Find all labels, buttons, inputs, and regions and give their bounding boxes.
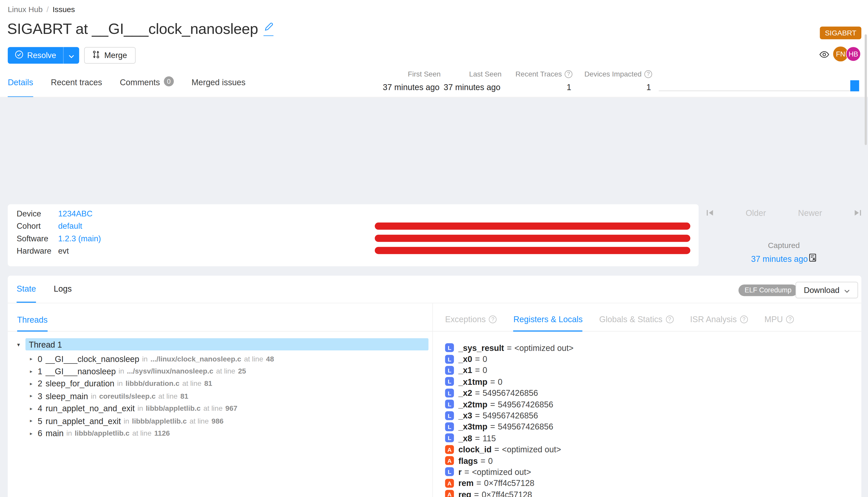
frame-line-number: 986	[212, 417, 224, 425]
caret-right-icon[interactable]	[30, 418, 38, 424]
skip-to-newest-icon[interactable]	[854, 210, 861, 216]
captured-time-link[interactable]: 37 minutes ago	[751, 254, 817, 264]
trace-navigation: Older Newer	[706, 208, 861, 218]
equals-sign: =	[495, 445, 499, 454]
caret-right-icon[interactable]	[30, 406, 38, 411]
frame-index: 2	[38, 379, 42, 388]
breadcrumb-project-link[interactable]: Linux Hub	[8, 5, 43, 14]
help-icon[interactable]	[489, 315, 497, 323]
stack-frame-row[interactable]: 5 run_applet_and_exit in libbb/appletlib…	[30, 415, 274, 427]
device-attribute-label: Hardware	[17, 246, 58, 255]
analysis-tabs: Exceptions Registers & Locals Globals & …	[445, 315, 794, 332]
variable-kind-badge: A	[445, 479, 454, 488]
avatar[interactable]: HB	[846, 46, 861, 61]
equals-sign: =	[490, 377, 495, 386]
register-row: A req = 0×7ff4c57128	[445, 489, 624, 497]
stack-frame-row[interactable]: 4 run_applet_no_and_exit in libbb/applet…	[30, 402, 274, 415]
captured-block: Captured 37 minutes ago	[706, 241, 861, 264]
stat-column: Devices Impacted 1	[574, 70, 652, 92]
chevron-down-icon	[69, 50, 74, 60]
variable-name: _x2tmp	[458, 399, 487, 409]
caret-right-icon[interactable]	[30, 430, 38, 436]
frame-in-word: in	[117, 380, 123, 388]
help-icon[interactable]	[666, 315, 673, 323]
page-title: SIGABRT at __GI___clock_nanosleep	[7, 20, 258, 38]
issue-tab[interactable]: Merged issues	[191, 78, 245, 97]
thread-row[interactable]: Thread 1	[25, 338, 428, 350]
frame-in-word: in	[118, 367, 124, 375]
frame-function: __GI___clock_nanosleep	[46, 354, 139, 364]
variable-kind-badge: L	[445, 422, 454, 431]
analysis-tab[interactable]: Globals & Statics	[599, 315, 673, 332]
trace-sparkline-bar[interactable]	[850, 80, 859, 91]
stack-frame-row[interactable]: 0 __GI___clock_nanosleep in .../linux/cl…	[30, 353, 274, 365]
register-row: L _x1tmp = 0	[445, 376, 624, 387]
issue-tab[interactable]: Details	[8, 78, 33, 97]
download-button[interactable]: Download	[796, 282, 858, 299]
resolve-dropdown-button[interactable]	[63, 47, 80, 64]
threads-tab[interactable]: Threads	[17, 315, 48, 325]
state-log-tabs: State Logs	[17, 284, 72, 303]
trace-document-icon[interactable]	[809, 254, 817, 264]
merge-button[interactable]: Merge	[84, 47, 136, 64]
register-row: A rem = 0×7ff4c57128	[445, 478, 624, 489]
help-icon[interactable]	[740, 315, 748, 323]
edit-title-icon[interactable]	[264, 22, 274, 36]
caret-down-icon[interactable]	[17, 341, 20, 347]
help-icon[interactable]	[644, 70, 652, 78]
variable-kind-badge: L	[445, 377, 454, 386]
device-attribute-value[interactable]: 1234ABC	[58, 209, 93, 218]
help-icon[interactable]	[786, 315, 794, 323]
vertical-scrollbar[interactable]	[865, 34, 867, 145]
stack-frame-row[interactable]: 3 sleep_main in coreutils/sleep.c at lin…	[30, 390, 274, 402]
older-trace-button[interactable]: Older	[745, 208, 766, 218]
frame-function: run_applet_and_exit	[46, 416, 121, 426]
variable-kind-badge: L	[445, 411, 454, 420]
watch-eye-icon[interactable]	[819, 50, 829, 60]
caret-right-icon[interactable]	[30, 368, 38, 374]
caret-right-icon[interactable]	[30, 356, 38, 362]
merge-icon	[93, 50, 100, 60]
issue-tab[interactable]: Recent traces	[51, 78, 102, 97]
caret-right-icon[interactable]	[30, 381, 38, 386]
variable-name: rem	[458, 479, 473, 488]
newer-trace-button[interactable]: Newer	[798, 208, 822, 218]
state-tab[interactable]: Logs	[54, 284, 72, 303]
frame-line-number: 967	[225, 404, 238, 413]
analysis-tab-label: ISR Analysis	[690, 315, 737, 323]
stat-column: First Seen 37 minutes ago	[382, 70, 441, 92]
breadcrumb-current[interactable]: Issues	[53, 5, 75, 14]
stack-frame-row[interactable]: 6 main in libbb/appletlib.c at line 1126	[30, 427, 274, 439]
trace-sparkline-baseline	[659, 90, 859, 91]
issue-stats: First Seen 37 minutes ago Last Seen 37 m…	[382, 70, 652, 92]
frame-function: run_applet_no_and_exit	[46, 403, 135, 413]
stack-frame-row[interactable]: 1 __GI___nanosleep in .../sysv/linux/nan…	[30, 365, 274, 378]
device-attribute-value[interactable]: default	[58, 222, 82, 230]
variable-kind-badge: L	[445, 366, 454, 375]
analysis-tab[interactable]: Exceptions	[445, 315, 497, 332]
variable-kind-badge: A	[445, 445, 454, 454]
analysis-tab[interactable]: ISR Analysis	[690, 315, 748, 332]
variable-value: <optimized out>	[472, 467, 531, 477]
redacted-bar	[375, 235, 691, 242]
issue-tab-label: Details	[8, 78, 33, 86]
analysis-tab[interactable]: Registers & Locals	[513, 315, 583, 332]
issue-tab[interactable]: Comments 0	[120, 78, 174, 97]
register-row: L r = <optimized out>	[445, 466, 624, 478]
device-attribute-value[interactable]: 1.2.3 (main)	[58, 234, 101, 243]
panel-divider	[432, 303, 433, 497]
equals-sign: =	[490, 422, 495, 431]
device-attribute-value[interactable]: evt	[58, 246, 69, 255]
help-icon[interactable]	[565, 70, 572, 78]
state-tab[interactable]: State	[17, 284, 36, 303]
analysis-tab[interactable]: MPU	[764, 315, 794, 332]
skip-to-oldest-icon[interactable]	[706, 210, 713, 216]
frame-in-word: in	[124, 417, 129, 425]
register-row: L _x8 = 115	[445, 432, 624, 444]
caret-right-icon[interactable]	[30, 393, 38, 399]
stack-frame-row[interactable]: 2 sleep_for_duration in libbb/duration.c…	[30, 378, 274, 390]
resolve-button[interactable]: Resolve	[8, 47, 63, 64]
variable-kind-badge: A	[445, 456, 454, 465]
stat-value: 1	[574, 82, 652, 92]
stat-column: Last Seen 37 minutes ago	[443, 70, 502, 92]
